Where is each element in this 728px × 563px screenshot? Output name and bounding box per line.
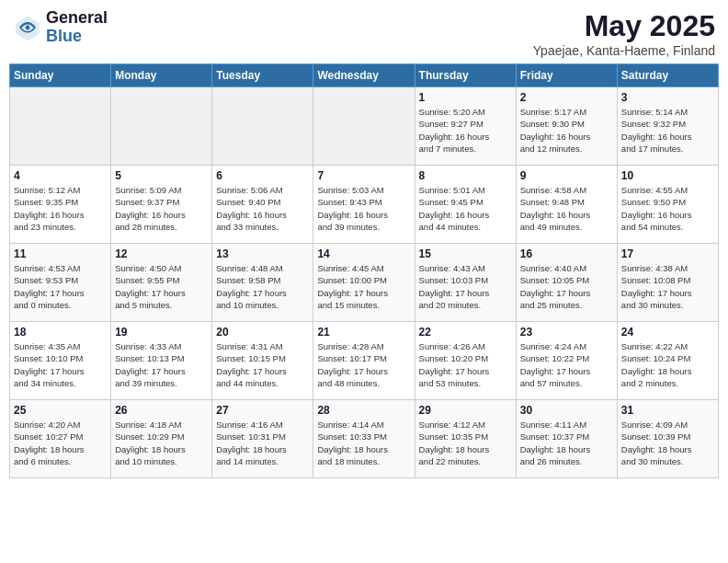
calendar-cell: 12Sunrise: 4:50 AM Sunset: 9:55 PM Dayli… xyxy=(111,244,212,322)
day-number: 22 xyxy=(419,326,512,339)
day-info: Sunrise: 4:24 AM Sunset: 10:22 PM Daylig… xyxy=(520,340,613,389)
calendar-cell: 1Sunrise: 5:20 AM Sunset: 9:27 PM Daylig… xyxy=(415,87,516,166)
day-info: Sunrise: 4:18 AM Sunset: 10:29 PM Daylig… xyxy=(115,419,208,467)
svg-point-1 xyxy=(26,25,30,29)
calendar-cell: 21Sunrise: 4:28 AM Sunset: 10:17 PM Dayl… xyxy=(313,322,415,400)
day-info: Sunrise: 4:31 AM Sunset: 10:15 PM Daylig… xyxy=(216,340,309,389)
logo: General Blue xyxy=(13,9,108,46)
day-number: 17 xyxy=(621,247,714,260)
calendar-cell xyxy=(313,87,415,166)
day-info: Sunrise: 4:35 AM Sunset: 10:10 PM Daylig… xyxy=(14,340,107,389)
day-info: Sunrise: 4:55 AM Sunset: 9:50 PM Dayligh… xyxy=(621,184,714,233)
calendar-week-row: 4Sunrise: 5:12 AM Sunset: 9:35 PM Daylig… xyxy=(10,166,719,244)
calendar-cell xyxy=(10,87,111,166)
calendar-cell: 31Sunrise: 4:09 AM Sunset: 10:39 PM Dayl… xyxy=(617,400,718,478)
calendar-title: May 2025 xyxy=(533,9,715,43)
calendar-cell: 13Sunrise: 4:48 AM Sunset: 9:58 PM Dayli… xyxy=(212,244,313,322)
calendar-week-row: 25Sunrise: 4:20 AM Sunset: 10:27 PM Dayl… xyxy=(10,400,719,478)
day-info: Sunrise: 4:20 AM Sunset: 10:27 PM Daylig… xyxy=(14,419,107,467)
weekday-header-row: SundayMondayTuesdayWednesdayThursdayFrid… xyxy=(10,64,719,87)
calendar-cell: 10Sunrise: 4:55 AM Sunset: 9:50 PM Dayli… xyxy=(617,166,718,244)
weekday-header: Friday xyxy=(516,64,617,87)
day-number: 10 xyxy=(621,169,714,182)
calendar-cell: 26Sunrise: 4:18 AM Sunset: 10:29 PM Dayl… xyxy=(111,400,212,478)
day-info: Sunrise: 5:12 AM Sunset: 9:35 PM Dayligh… xyxy=(14,184,107,233)
day-number: 4 xyxy=(14,169,107,182)
day-number: 15 xyxy=(419,247,512,260)
day-info: Sunrise: 4:26 AM Sunset: 10:20 PM Daylig… xyxy=(419,340,512,389)
calendar-cell: 22Sunrise: 4:26 AM Sunset: 10:20 PM Dayl… xyxy=(415,322,516,400)
weekday-header: Wednesday xyxy=(313,64,415,87)
day-number: 28 xyxy=(317,404,410,417)
calendar-cell: 6Sunrise: 5:06 AM Sunset: 9:40 PM Daylig… xyxy=(212,166,313,244)
day-info: Sunrise: 5:17 AM Sunset: 9:30 PM Dayligh… xyxy=(520,106,613,155)
day-number: 25 xyxy=(14,404,107,417)
day-info: Sunrise: 5:20 AM Sunset: 9:27 PM Dayligh… xyxy=(419,106,512,155)
title-block: May 2025 Ypaejae, Kanta-Haeme, Finland xyxy=(533,9,715,58)
day-info: Sunrise: 4:45 AM Sunset: 10:00 PM Daylig… xyxy=(317,262,410,311)
day-info: Sunrise: 4:16 AM Sunset: 10:31 PM Daylig… xyxy=(216,419,309,467)
day-info: Sunrise: 5:14 AM Sunset: 9:32 PM Dayligh… xyxy=(621,106,714,155)
day-number: 31 xyxy=(621,404,714,417)
day-info: Sunrise: 4:58 AM Sunset: 9:48 PM Dayligh… xyxy=(520,184,613,233)
calendar-subtitle: Ypaejae, Kanta-Haeme, Finland xyxy=(533,43,715,58)
calendar-cell: 25Sunrise: 4:20 AM Sunset: 10:27 PM Dayl… xyxy=(10,400,111,478)
logo-icon xyxy=(13,13,42,42)
day-number: 24 xyxy=(621,326,714,339)
day-number: 30 xyxy=(520,404,613,417)
day-info: Sunrise: 5:09 AM Sunset: 9:37 PM Dayligh… xyxy=(115,184,208,233)
calendar-cell: 7Sunrise: 5:03 AM Sunset: 9:43 PM Daylig… xyxy=(313,166,415,244)
day-number: 19 xyxy=(115,326,208,339)
day-info: Sunrise: 5:03 AM Sunset: 9:43 PM Dayligh… xyxy=(317,184,410,233)
day-info: Sunrise: 4:33 AM Sunset: 10:13 PM Daylig… xyxy=(115,340,208,389)
day-number: 12 xyxy=(115,247,208,260)
calendar-cell: 18Sunrise: 4:35 AM Sunset: 10:10 PM Dayl… xyxy=(10,322,111,400)
day-info: Sunrise: 4:48 AM Sunset: 9:58 PM Dayligh… xyxy=(216,262,309,311)
day-number: 16 xyxy=(520,247,613,260)
calendar-cell xyxy=(212,87,313,166)
calendar-week-row: 11Sunrise: 4:53 AM Sunset: 9:53 PM Dayli… xyxy=(10,244,719,322)
calendar-cell: 2Sunrise: 5:17 AM Sunset: 9:30 PM Daylig… xyxy=(516,87,617,166)
weekday-header: Thursday xyxy=(415,64,516,87)
logo-blue-text: Blue xyxy=(46,28,108,46)
day-number: 26 xyxy=(115,404,208,417)
calendar-cell: 5Sunrise: 5:09 AM Sunset: 9:37 PM Daylig… xyxy=(111,166,212,244)
day-info: Sunrise: 4:40 AM Sunset: 10:05 PM Daylig… xyxy=(520,262,613,311)
day-number: 7 xyxy=(317,169,410,182)
day-info: Sunrise: 4:43 AM Sunset: 10:03 PM Daylig… xyxy=(419,262,512,311)
weekday-header: Sunday xyxy=(10,64,111,87)
calendar-cell: 16Sunrise: 4:40 AM Sunset: 10:05 PM Dayl… xyxy=(516,244,617,322)
weekday-header: Monday xyxy=(111,64,212,87)
calendar-cell: 28Sunrise: 4:14 AM Sunset: 10:33 PM Dayl… xyxy=(313,400,415,478)
day-info: Sunrise: 4:28 AM Sunset: 10:17 PM Daylig… xyxy=(317,340,410,389)
day-number: 3 xyxy=(621,91,714,104)
calendar-cell: 11Sunrise: 4:53 AM Sunset: 9:53 PM Dayli… xyxy=(10,244,111,322)
calendar-cell: 8Sunrise: 5:01 AM Sunset: 9:45 PM Daylig… xyxy=(415,166,516,244)
calendar-cell: 20Sunrise: 4:31 AM Sunset: 10:15 PM Dayl… xyxy=(212,322,313,400)
calendar-cell: 27Sunrise: 4:16 AM Sunset: 10:31 PM Dayl… xyxy=(212,400,313,478)
day-info: Sunrise: 5:06 AM Sunset: 9:40 PM Dayligh… xyxy=(216,184,309,233)
weekday-header: Tuesday xyxy=(212,64,313,87)
calendar-week-row: 18Sunrise: 4:35 AM Sunset: 10:10 PM Dayl… xyxy=(10,322,719,400)
day-number: 14 xyxy=(317,247,410,260)
day-number: 13 xyxy=(216,247,309,260)
day-number: 21 xyxy=(317,326,410,339)
calendar-cell: 17Sunrise: 4:38 AM Sunset: 10:08 PM Dayl… xyxy=(617,244,718,322)
day-number: 2 xyxy=(520,91,613,104)
day-info: Sunrise: 4:14 AM Sunset: 10:33 PM Daylig… xyxy=(317,419,410,467)
calendar-cell: 23Sunrise: 4:24 AM Sunset: 10:22 PM Dayl… xyxy=(516,322,617,400)
day-number: 27 xyxy=(216,404,309,417)
calendar-cell: 9Sunrise: 4:58 AM Sunset: 9:48 PM Daylig… xyxy=(516,166,617,244)
calendar-cell: 19Sunrise: 4:33 AM Sunset: 10:13 PM Dayl… xyxy=(111,322,212,400)
calendar-cell: 14Sunrise: 4:45 AM Sunset: 10:00 PM Dayl… xyxy=(313,244,415,322)
weekday-header: Saturday xyxy=(617,64,718,87)
day-info: Sunrise: 4:38 AM Sunset: 10:08 PM Daylig… xyxy=(621,262,714,311)
day-info: Sunrise: 5:01 AM Sunset: 9:45 PM Dayligh… xyxy=(419,184,512,233)
day-number: 1 xyxy=(419,91,512,104)
calendar-cell: 29Sunrise: 4:12 AM Sunset: 10:35 PM Dayl… xyxy=(415,400,516,478)
day-info: Sunrise: 4:12 AM Sunset: 10:35 PM Daylig… xyxy=(419,419,512,467)
day-info: Sunrise: 4:11 AM Sunset: 10:37 PM Daylig… xyxy=(520,419,613,467)
day-number: 5 xyxy=(115,169,208,182)
logo-general-text: General xyxy=(46,9,108,28)
day-info: Sunrise: 4:53 AM Sunset: 9:53 PM Dayligh… xyxy=(14,262,107,311)
